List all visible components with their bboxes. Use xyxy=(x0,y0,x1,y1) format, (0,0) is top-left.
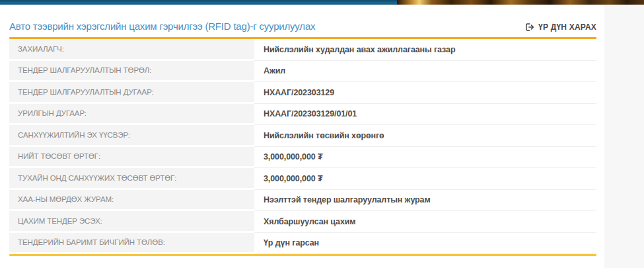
row-value: НХААГ/202303129 xyxy=(254,82,596,104)
sign-out-icon xyxy=(526,23,534,31)
table-row: ЗАХИАЛАГЧ: Нийслэлийн худалдан авах ажил… xyxy=(9,39,596,61)
row-value: Нийслэлийн худалдан авах ажиллагааны газ… xyxy=(254,39,596,61)
row-label: ЗАХИАЛАГЧ: xyxy=(9,39,254,61)
row-value: Нийслэлийн төсвийн хөрөнгө xyxy=(254,125,596,147)
table-row: ЦАХИМ ТЕНДЕР ЭСЭХ: Хялбаршуулсан цахим xyxy=(9,211,596,233)
row-label: ХАА-НЫ МӨРДӨХ ЖУРАМ: xyxy=(9,190,254,212)
top-banner-nav-strip xyxy=(0,0,397,5)
table-row: САНХҮҮЖИЛТИЙН ЭХ ҮҮСВЭР: Нийслэлийн төсв… xyxy=(9,125,596,147)
row-value: Үр дүн гарсан xyxy=(254,233,596,255)
divider-bottom xyxy=(9,254,596,256)
top-banner-photo-strip xyxy=(397,0,644,5)
table-row: ТЕНДЕРИЙН БАРИМТ БИЧГИЙН ТӨЛӨВ: Үр дүн г… xyxy=(9,233,596,255)
table-row: ТУХАЙН ОНД САНХҮҮЖИХ ТӨСӨВТ ӨРТӨГ: 3,000… xyxy=(9,168,596,190)
row-value: 3,000,000,000 ₮ xyxy=(254,147,596,169)
row-value: НХААГ/202303129/01/01 xyxy=(254,104,596,126)
table-row: ТЕНДЕР ШАЛГАРУУЛАЛТЫН ТӨРӨЛ: Ажил xyxy=(9,61,596,83)
row-label: ТУХАЙН ОНД САНХҮҮЖИХ ТӨСӨВТ ӨРТӨГ: xyxy=(9,168,254,190)
table-row: УРИЛГЫН ДУГААР: НХААГ/202303129/01/01 xyxy=(9,104,596,126)
page-title: Авто тээврийн хэрэгслийн цахим гэрчилгээ… xyxy=(9,21,315,32)
row-value: Хялбаршуулсан цахим xyxy=(254,211,596,233)
row-label: УРИЛГЫН ДУГААР: xyxy=(9,104,254,126)
row-label: САНХҮҮЖИЛТИЙН ЭХ ҮҮСВЭР: xyxy=(9,125,254,147)
table-row: ХАА-НЫ МӨРДӨХ ЖУРАМ: Нээлттэй тендер шал… xyxy=(9,190,596,212)
tender-detail-card: Авто тээврийн хэрэгслийн цахим гэрчилгээ… xyxy=(0,5,604,268)
view-results-label: ҮР ДҮН ХАРАХ xyxy=(538,22,596,32)
tender-detail-table: ЗАХИАЛАГЧ: Нийслэлийн худалдан авах ажил… xyxy=(9,39,596,254)
row-label: ЦАХИМ ТЕНДЕР ЭСЭХ: xyxy=(9,211,254,233)
top-banner xyxy=(0,0,644,5)
card-header: Авто тээврийн хэрэгслийн цахим гэрчилгээ… xyxy=(9,5,596,37)
table-row: НИЙТ ТӨСӨВТ ӨРТӨГ: 3,000,000,000 ₮ xyxy=(9,147,596,169)
row-value: 3,000,000,000 ₮ xyxy=(254,168,596,190)
row-label: ТЕНДЕР ШАЛГАРУУЛАЛТЫН ТӨРӨЛ: xyxy=(9,61,254,83)
row-label: ТЕНДЕР ШАЛГАРУУЛАЛТЫН ДУГААР: xyxy=(9,82,254,104)
row-value: Ажил xyxy=(254,61,596,83)
row-label: НИЙТ ТӨСӨВТ ӨРТӨГ: xyxy=(9,147,254,169)
view-results-link[interactable]: ҮР ДҮН ХАРАХ xyxy=(526,22,596,32)
row-value: Нээлттэй тендер шалгаруулалтын журам xyxy=(254,190,596,212)
table-row: ТЕНДЕР ШАЛГАРУУЛАЛТЫН ДУГААР: НХААГ/2023… xyxy=(9,82,596,104)
row-label: ТЕНДЕРИЙН БАРИМТ БИЧГИЙН ТӨЛӨВ: xyxy=(9,233,254,255)
